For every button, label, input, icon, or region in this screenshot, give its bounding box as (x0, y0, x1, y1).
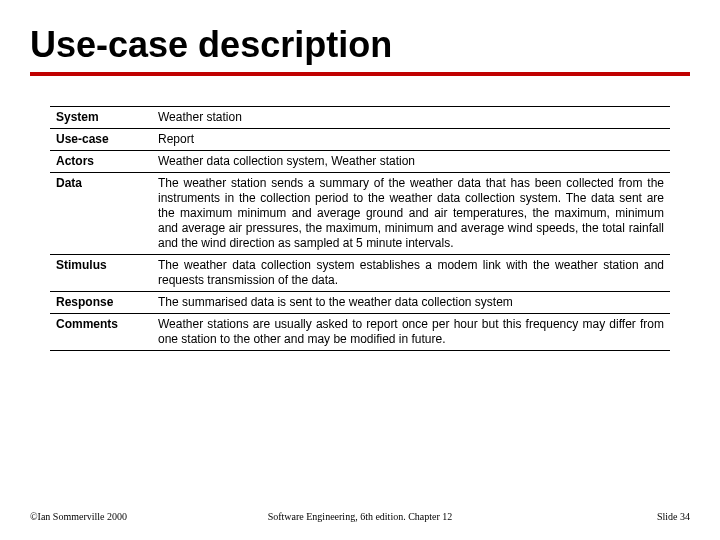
row-value: The weather data collection system estab… (152, 255, 670, 292)
page-title: Use-case description (30, 24, 690, 76)
row-label: Data (50, 173, 152, 255)
row-value: Report (152, 129, 670, 151)
table-row: Actors Weather data collection system, W… (50, 151, 670, 173)
row-value: Weather data collection system, Weather … (152, 151, 670, 173)
footer: ©Ian Sommerville 2000 Software Engineeri… (30, 511, 690, 522)
row-value: Weather stations are usually asked to re… (152, 314, 670, 351)
usecase-table: System Weather station Use-case Report A… (50, 106, 670, 351)
row-label: System (50, 107, 152, 129)
row-value: The weather station sends a summary of t… (152, 173, 670, 255)
footer-center: Software Engineering, 6th edition. Chapt… (30, 511, 690, 522)
slide: Use-case description System Weather stat… (0, 0, 720, 540)
table-row: Use-case Report (50, 129, 670, 151)
row-value: Weather station (152, 107, 670, 129)
table-row: Stimulus The weather data collection sys… (50, 255, 670, 292)
row-label: Stimulus (50, 255, 152, 292)
table-row: Response The summarised data is sent to … (50, 292, 670, 314)
table-row: System Weather station (50, 107, 670, 129)
row-label: Use-case (50, 129, 152, 151)
row-label: Actors (50, 151, 152, 173)
table-row: Comments Weather stations are usually as… (50, 314, 670, 351)
table-row: Data The weather station sends a summary… (50, 173, 670, 255)
row-label: Comments (50, 314, 152, 351)
row-value: The summarised data is sent to the weath… (152, 292, 670, 314)
row-label: Response (50, 292, 152, 314)
